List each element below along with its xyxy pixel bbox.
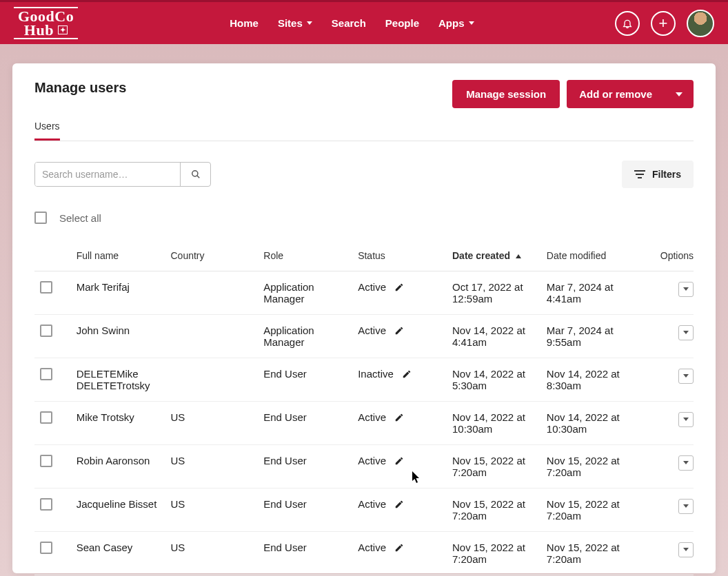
nav-home[interactable]: Home bbox=[230, 17, 259, 29]
row-checkbox[interactable] bbox=[40, 281, 52, 294]
cell-date-modified: Nov 15, 2022 at 7:20am bbox=[541, 532, 643, 575]
col-full-name[interactable]: Full name bbox=[71, 243, 165, 271]
col-options: Options bbox=[643, 243, 694, 271]
pencil-icon[interactable] bbox=[394, 282, 404, 292]
select-all-row: Select all bbox=[34, 212, 694, 224]
topbar-right: + bbox=[615, 10, 714, 37]
cell-full-name: Mark Terifaj bbox=[71, 271, 165, 315]
cell-role: End User bbox=[258, 358, 352, 402]
col-status[interactable]: Status bbox=[352, 243, 447, 271]
caret-down-icon bbox=[683, 331, 689, 334]
cell-date-modified: Nov 14, 2022 at 10:30am bbox=[541, 402, 643, 445]
cell-full-name: Jacqueline Bisset bbox=[71, 488, 165, 532]
table-row: Mike TrotskyUSEnd UserActiveNov 14, 2022… bbox=[34, 402, 694, 445]
cell-date-modified: Mar 7, 2024 at 4:41am bbox=[541, 271, 643, 315]
search-wrap bbox=[34, 162, 211, 187]
caret-down-icon bbox=[683, 287, 689, 291]
cell-status: Inactive bbox=[352, 358, 447, 402]
caret-down-icon bbox=[683, 504, 689, 508]
caret-down-icon bbox=[683, 461, 689, 464]
caret-down-icon bbox=[683, 548, 689, 551]
svg-point-0 bbox=[192, 171, 197, 176]
users-table: Full name Country Role Status Date creat… bbox=[34, 243, 694, 575]
cell-date-created: Nov 14, 2022 at 4:41am bbox=[447, 315, 541, 358]
table-row: Robin AaronsonUSEnd UserActiveNov 15, 20… bbox=[34, 445, 694, 488]
nav-apps-label: Apps bbox=[438, 17, 465, 29]
cell-options bbox=[643, 488, 694, 532]
table-row: Jacqueline BissetUSEnd UserActiveNov 15,… bbox=[34, 488, 694, 532]
pencil-icon[interactable] bbox=[394, 413, 404, 422]
cell-status: Active bbox=[352, 402, 447, 445]
table-row: Sean CaseyUSEnd UserActiveNov 15, 2022 a… bbox=[34, 532, 694, 575]
add-button[interactable]: + bbox=[651, 11, 676, 36]
cell-role: End User bbox=[258, 402, 352, 445]
row-checkbox[interactable] bbox=[40, 411, 52, 424]
nav-sites-label: Sites bbox=[278, 17, 303, 29]
nav-search-label: Search bbox=[332, 17, 366, 29]
cell-country: US bbox=[165, 402, 259, 445]
row-options-button[interactable] bbox=[678, 455, 694, 471]
chevron-down-icon bbox=[676, 92, 682, 96]
manage-session-button[interactable]: Manage session bbox=[452, 80, 560, 108]
pencil-icon[interactable] bbox=[402, 369, 412, 379]
filters-button[interactable]: Filters bbox=[622, 161, 694, 188]
pencil-icon[interactable] bbox=[394, 326, 404, 336]
table-row: DELETEMike DELETETrotskyEnd UserInactive… bbox=[34, 358, 694, 402]
cell-date-modified: Nov 15, 2022 at 7:20am bbox=[541, 445, 643, 488]
avatar[interactable] bbox=[687, 10, 714, 37]
topbar: GoodCo Hub ✦ Home Sites Search People Ap… bbox=[0, 0, 728, 44]
row-options-button[interactable] bbox=[678, 499, 694, 514]
cell-options bbox=[643, 358, 694, 402]
col-country[interactable]: Country bbox=[165, 243, 259, 271]
cell-options bbox=[643, 532, 694, 575]
action-buttons: Manage session Add or remove bbox=[452, 80, 694, 108]
nav-apps[interactable]: Apps bbox=[438, 17, 474, 29]
row-checkbox[interactable] bbox=[40, 498, 52, 511]
brand-logo[interactable]: GoodCo Hub ✦ bbox=[14, 7, 78, 40]
filters-label: Filters bbox=[652, 169, 681, 180]
cell-role: Application Manager bbox=[258, 271, 352, 315]
search-input[interactable] bbox=[35, 163, 180, 186]
main-nav: Home Sites Search People Apps bbox=[230, 17, 474, 29]
nav-sites[interactable]: Sites bbox=[278, 17, 312, 29]
nav-search[interactable]: Search bbox=[332, 17, 366, 29]
cell-options bbox=[643, 271, 694, 315]
cell-full-name: John Swinn bbox=[71, 315, 165, 358]
add-remove-dropdown[interactable] bbox=[665, 84, 694, 105]
caret-down-icon bbox=[683, 418, 689, 421]
cell-options bbox=[643, 402, 694, 445]
add-remove-button[interactable]: Add or remove bbox=[567, 80, 694, 108]
col-role[interactable]: Role bbox=[258, 243, 352, 271]
nav-people[interactable]: People bbox=[385, 17, 419, 29]
select-all-checkbox[interactable] bbox=[34, 212, 47, 224]
pencil-icon[interactable] bbox=[394, 456, 404, 466]
row-checkbox[interactable] bbox=[40, 368, 52, 380]
row-options-button[interactable] bbox=[678, 412, 694, 427]
row-options-button[interactable] bbox=[678, 369, 694, 384]
pencil-icon[interactable] bbox=[394, 543, 404, 553]
cell-full-name: Mike Trotsky bbox=[71, 402, 165, 445]
search-button[interactable] bbox=[180, 163, 210, 186]
card-header: Manage users Manage session Add or remov… bbox=[34, 80, 694, 108]
row-checkbox[interactable] bbox=[40, 542, 52, 554]
cell-country: US bbox=[165, 445, 259, 488]
pencil-icon[interactable] bbox=[394, 500, 404, 509]
tab-users[interactable]: Users bbox=[34, 121, 60, 141]
row-checkbox[interactable] bbox=[40, 325, 52, 337]
cell-full-name: Robin Aaronson bbox=[71, 445, 165, 488]
col-date-created[interactable]: Date created bbox=[447, 243, 541, 271]
cell-options bbox=[643, 315, 694, 358]
cell-date-modified: Nov 15, 2022 at 7:20am bbox=[541, 488, 643, 532]
col-date-modified[interactable]: Date modified bbox=[541, 243, 643, 271]
notifications-button[interactable] bbox=[615, 11, 640, 36]
row-options-button[interactable] bbox=[678, 542, 694, 557]
cell-country bbox=[165, 271, 259, 315]
cell-date-created: Oct 17, 2022 at 12:59am bbox=[447, 271, 541, 315]
table-header-row: Full name Country Role Status Date creat… bbox=[34, 243, 694, 271]
cell-date-created: Nov 15, 2022 at 7:20am bbox=[447, 488, 541, 532]
row-options-button[interactable] bbox=[678, 282, 694, 297]
row-checkbox[interactable] bbox=[40, 455, 52, 467]
col-date-created-label: Date created bbox=[452, 250, 510, 261]
row-options-button[interactable] bbox=[678, 325, 694, 340]
cell-date-created: Nov 15, 2022 at 7:20am bbox=[447, 445, 541, 488]
